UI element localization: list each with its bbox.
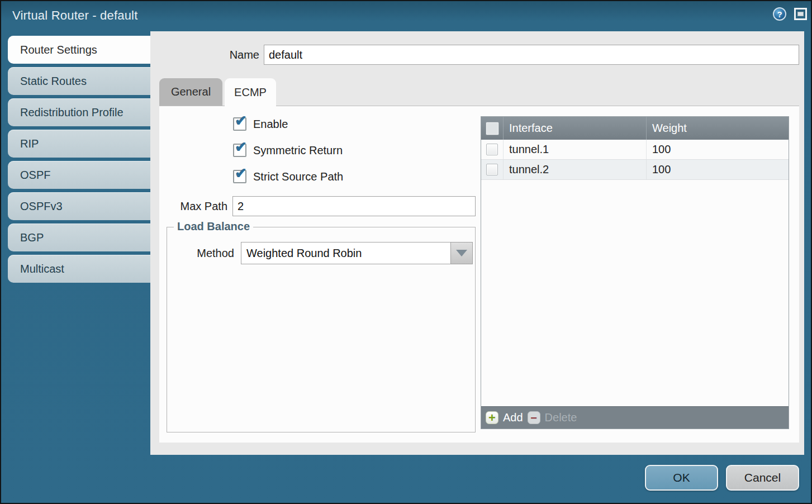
method-selected-value: Weighted Round Robin: [246, 247, 362, 260]
dialog-title: Virtual Router - default: [12, 8, 138, 23]
strict-source-path-row: ✔ Strict Source Path: [233, 170, 343, 183]
ecmp-tab-content: ✔ Enable ✔ Symmetric Return ✔ Strict Sou…: [159, 106, 799, 443]
interface-table: Interface Weight tunnel.1 100 tunnel.2 1…: [481, 116, 789, 429]
cancel-button[interactable]: Cancel: [726, 465, 799, 491]
tab-label: General: [171, 85, 211, 98]
sidebar-item-static-routes[interactable]: Static Routes: [8, 67, 150, 95]
plus-icon: +: [486, 411, 498, 424]
row-checkbox[interactable]: [486, 164, 498, 175]
add-button-label: Add: [503, 411, 523, 424]
sidebar-item-label: OSPF: [20, 169, 50, 182]
delete-button[interactable]: − Delete: [528, 411, 577, 424]
delete-button-label: Delete: [545, 411, 577, 424]
enable-row: ✔ Enable: [233, 117, 288, 131]
sidebar-item-bgp[interactable]: BGP: [8, 224, 150, 251]
weight-cell: 100: [646, 160, 789, 179]
tab-label: ECMP: [234, 86, 267, 99]
select-all-checkbox[interactable]: [486, 122, 498, 135]
max-path-label: Max Path: [159, 196, 227, 216]
sidebar-item-label: BGP: [20, 231, 44, 244]
row-checkbox[interactable]: [486, 144, 498, 155]
restore-window-inner-rect: [797, 12, 804, 16]
tab-general[interactable]: General: [159, 78, 222, 106]
help-icon[interactable]: ?: [773, 7, 786, 21]
enable-label: Enable: [253, 118, 288, 131]
sidebar-item-label: OSPFv3: [20, 200, 63, 213]
cancel-button-label: Cancel: [744, 471, 781, 484]
main-panel: Name General ECMP ✔ Enable ✔ Symmetric R…: [150, 31, 804, 455]
question-mark-glyph: ?: [777, 9, 782, 19]
load-balance-legend: Load Balance: [174, 220, 253, 233]
method-select[interactable]: Weighted Round Robin: [241, 242, 450, 264]
table-header-row: Interface Weight: [481, 117, 789, 140]
load-balance-fieldset: Load Balance Method Weighted Round Robin: [167, 227, 476, 432]
max-path-input[interactable]: [232, 196, 476, 216]
restore-window-icon[interactable]: [794, 8, 807, 20]
sidebar-item-multicast[interactable]: Multicast: [8, 255, 150, 283]
sidebar-item-ospfv3[interactable]: OSPFv3: [8, 192, 150, 220]
checkmark-icon: ✔: [235, 113, 247, 128]
ok-button[interactable]: OK: [645, 465, 718, 491]
strict-source-path-label: Strict Source Path: [253, 170, 343, 183]
table-footer-toolbar: + Add − Delete: [481, 406, 789, 429]
virtual-router-dialog: Virtual Router - default ? Router Settin…: [0, 0, 812, 504]
sidebar-item-label: Redistribution Profile: [20, 106, 124, 119]
minus-icon: −: [528, 411, 540, 424]
sidebar-item-rip[interactable]: RIP: [8, 130, 150, 158]
table-row[interactable]: tunnel.2 100: [481, 160, 789, 180]
strict-source-path-checkbox[interactable]: ✔: [233, 170, 246, 183]
weight-column-header: Weight: [646, 117, 789, 140]
row-checkbox-cell: [481, 160, 503, 179]
chevron-down-icon: [456, 250, 467, 256]
sidebar-item-label: Multicast: [20, 263, 64, 275]
sidebar-item-label: RIP: [20, 137, 39, 150]
method-label: Method: [167, 242, 234, 264]
checkmark-icon: ✔: [235, 166, 247, 180]
row-checkbox-cell: [481, 140, 503, 159]
weight-cell: 100: [646, 140, 789, 159]
sidebar-item-router-settings[interactable]: Router Settings: [8, 36, 150, 64]
symmetric-return-row: ✔ Symmetric Return: [233, 144, 343, 157]
sidebar-item-redistribution-profile[interactable]: Redistribution Profile: [8, 98, 150, 126]
sidebar: Router Settings Static Routes Redistribu…: [8, 36, 150, 286]
sidebar-item-label: Router Settings: [20, 44, 97, 56]
add-button[interactable]: + Add: [486, 411, 523, 424]
method-dropdown-button[interactable]: [450, 242, 473, 264]
sidebar-item-label: Static Routes: [20, 75, 87, 88]
name-input[interactable]: [264, 45, 799, 65]
interface-cell: tunnel.1: [503, 140, 646, 159]
symmetric-return-checkbox[interactable]: ✔: [233, 144, 246, 157]
tab-ecmp[interactable]: ECMP: [225, 78, 276, 106]
enable-checkbox[interactable]: ✔: [233, 117, 246, 131]
symmetric-return-label: Symmetric Return: [253, 144, 343, 157]
name-label: Name: [150, 45, 259, 65]
table-empty-area: [481, 180, 789, 406]
interface-cell: tunnel.2: [503, 160, 646, 179]
interface-column-header: Interface: [503, 117, 646, 140]
header-checkbox-cell: [481, 117, 503, 140]
table-row[interactable]: tunnel.1 100: [481, 140, 789, 160]
checkmark-icon: ✔: [235, 140, 247, 154]
sidebar-item-ospf[interactable]: OSPF: [8, 161, 150, 189]
ok-button-label: OK: [673, 471, 690, 484]
